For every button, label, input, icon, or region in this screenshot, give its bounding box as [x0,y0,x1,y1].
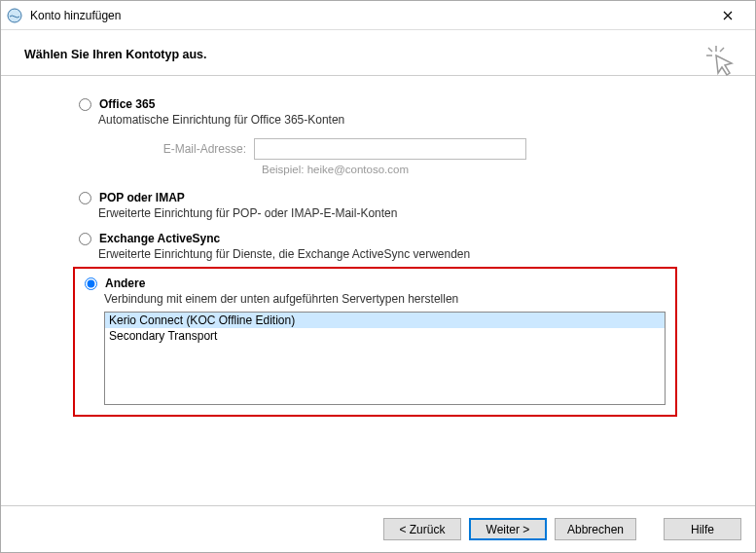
svg-point-0 [8,9,21,22]
footer: < Zurück Weiter > Abbrechen Hilfe [1,505,755,552]
label-other: Andere [105,276,145,290]
next-button[interactable]: Weiter > [469,518,547,540]
radio-pop-imap[interactable] [79,192,91,204]
list-item[interactable]: Secondary Transport [105,328,665,344]
email-label: E-Mail-Adresse: [98,142,254,156]
email-example: Beispiel: heike@contoso.com [262,164,736,175]
svg-line-3 [708,48,712,52]
radio-other[interactable] [85,277,97,290]
close-button[interactable] [706,2,749,29]
window-title: Konto hinzufügen [30,9,706,22]
cancel-button[interactable]: Abbrechen [555,518,636,540]
desc-pop-imap: Erweiterte Einrichtung für POP- oder IMA… [98,206,736,220]
option-exchange-activesync[interactable]: Exchange ActiveSync [79,232,736,245]
radio-office365[interactable] [79,98,91,111]
dialog-window: Konto hinzufügen Wählen Sie Ihren Kontot… [0,0,756,553]
desc-other: Verbindung mit einem der unten aufgeführ… [104,292,666,306]
account-type-group: Office 365 Automatische Einrichtung für … [79,97,736,417]
back-button[interactable]: < Zurück [383,518,461,540]
option-other[interactable]: Andere [85,276,666,290]
highlight-other: Andere Verbindung mit einem der unten au… [73,267,677,417]
header-title: Wählen Sie Ihren Kontotyp aus. [24,48,732,61]
radio-exchange-activesync[interactable] [79,233,91,245]
titlebar: Konto hinzufügen [1,1,755,30]
list-item[interactable]: Kerio Connect (KOC Offline Edition) [105,313,665,328]
cursor-click-icon [704,44,739,82]
label-pop-imap: POP oder IMAP [99,191,185,204]
wizard-header: Wählen Sie Ihren Kontotyp aus. [1,30,755,76]
label-office365: Office 365 [99,97,155,111]
content-area: Office 365 Automatische Einrichtung für … [1,76,755,505]
email-input [254,138,526,160]
app-icon [7,8,22,23]
option-office365[interactable]: Office 365 [79,97,736,111]
desc-eas: Erweiterte Einrichtung für Dienste, die … [98,247,736,261]
label-eas: Exchange ActiveSync [99,232,220,245]
option-pop-imap[interactable]: POP oder IMAP [79,191,736,204]
desc-office365: Automatische Einrichtung für Office 365-… [98,113,736,127]
svg-line-4 [720,48,724,52]
server-type-listbox[interactable]: Kerio Connect (KOC Offline Edition) Seco… [104,312,666,405]
help-button[interactable]: Hilfe [664,518,741,540]
email-row: E-Mail-Adresse: [98,138,736,160]
